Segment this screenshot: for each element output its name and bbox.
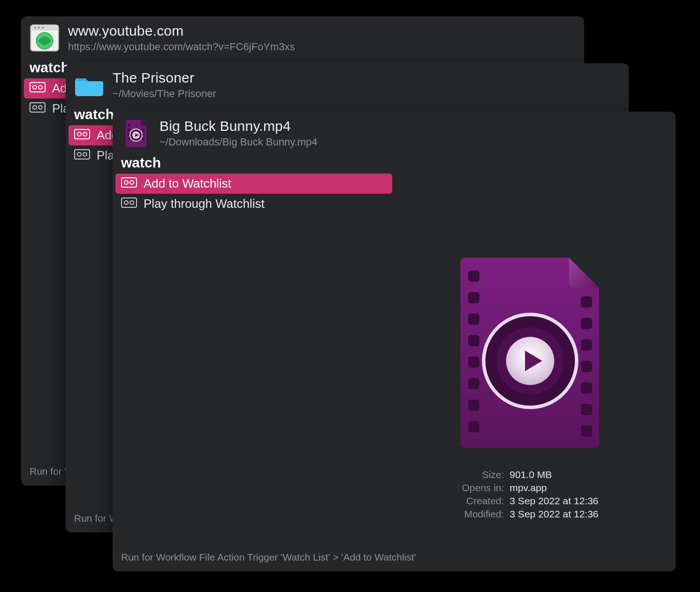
result-row-play[interactable]: Play through Watchlist [115,194,392,214]
meta-modified-label: Modified: [462,509,504,520]
header-title: Big Buck Bunny.mp4 [160,118,318,134]
preview-metadata: Size: 901.0 MB Opens in: mpv.app Created… [462,469,598,520]
svg-point-52 [496,327,563,395]
svg-point-17 [77,152,81,156]
video-file-icon [121,118,151,148]
video-file-preview-icon [446,253,615,451]
meta-modified-value: 3 Sep 2022 at 12:36 [510,509,598,520]
header-subtitle: https://www.youtube.com/watch?v=FC6jFoYm… [68,41,295,53]
header-subtitle: ~/Movies/The Prisoner [113,88,216,100]
header: Big Buck Bunny.mp4 ~/Downloads/Big Buck … [113,112,676,153]
header-title: The Prisoner [113,70,216,86]
meta-size-value: 901.0 MB [510,469,598,480]
svg-rect-47 [581,382,592,394]
search-query-row[interactable]: watch [113,153,676,174]
cassette-icon [30,101,46,116]
result-label: Play through Watchlist [144,197,265,211]
meta-opens-label: Opens in: [462,482,504,493]
svg-point-9 [38,85,42,89]
header-subtitle: ~/Downloads/Big Buck Bunny.mp4 [160,136,318,148]
svg-rect-10 [30,103,45,112]
svg-point-11 [33,106,37,109]
cassette-icon [74,128,90,143]
svg-point-2 [34,27,36,29]
search-query: watch [121,155,161,170]
svg-rect-43 [581,296,592,308]
svg-rect-42 [468,421,479,433]
header-texts: Big Buck Bunny.mp4 ~/Downloads/Big Buck … [160,118,318,148]
svg-rect-48 [581,404,592,415]
cassette-icon [121,197,137,211]
svg-point-30 [124,181,128,184]
status-footer: Run for Workflow File Action Trigger 'Wa… [113,545,676,571]
svg-rect-32 [122,198,137,207]
svg-marker-54 [525,350,542,371]
result-row-add[interactable]: Add to Watchlist [115,174,392,194]
svg-point-33 [124,201,128,205]
cassette-icon [74,148,90,163]
svg-point-14 [77,132,81,136]
folder-icon [74,70,104,100]
svg-rect-19 [128,124,130,126]
meta-created-label: Created: [462,495,504,507]
svg-rect-44 [581,318,592,329]
meta-size-label: Size: [462,469,504,480]
svg-rect-20 [128,129,130,131]
header-texts: www.youtube.com https://www.youtube.com/… [68,23,295,53]
search-query: watch [74,106,114,122]
search-query: watch [30,60,69,75]
header: www.youtube.com https://www.youtube.com/… [21,16,584,58]
svg-point-18 [83,152,87,156]
meta-opens-value: mpv.app [510,482,598,493]
svg-rect-38 [468,335,479,346]
svg-rect-13 [75,129,90,139]
svg-rect-16 [75,150,90,159]
svg-rect-7 [30,83,45,92]
browser-window-icon [30,23,60,53]
svg-rect-22 [128,138,130,140]
svg-rect-35 [468,271,479,282]
svg-point-4 [42,27,44,29]
svg-rect-40 [468,378,479,389]
svg-point-51 [484,314,577,407]
header-title: www.youtube.com [68,23,295,39]
svg-point-31 [130,181,134,184]
header-texts: The Prisoner ~/Movies/The Prisoner [113,70,216,100]
preview-panel: Size: 901.0 MB Opens in: mpv.app Created… [399,253,662,520]
svg-point-8 [33,85,37,89]
svg-rect-45 [581,339,592,350]
svg-rect-37 [468,313,479,325]
svg-point-50 [482,313,578,409]
result-label: Add to Watchlist [144,176,231,191]
svg-rect-49 [581,425,592,437]
cassette-icon [121,176,137,191]
launcher-window-videofile: Big Buck Bunny.mp4 ~/Downloads/Big Buck … [113,112,676,571]
svg-point-3 [38,27,40,29]
svg-point-53 [506,337,555,385]
svg-rect-29 [122,178,137,187]
svg-point-15 [83,132,87,136]
svg-rect-39 [468,357,479,368]
svg-point-34 [130,201,134,205]
header: The Prisoner ~/Movies/The Prisoner [66,63,629,105]
svg-rect-25 [142,138,145,140]
meta-created-value: 3 Sep 2022 at 12:36 [510,495,598,507]
svg-rect-46 [581,361,592,372]
svg-rect-23 [142,129,145,131]
svg-rect-41 [468,400,479,411]
cassette-icon [30,81,46,96]
svg-rect-36 [468,292,479,304]
svg-point-12 [38,106,42,109]
